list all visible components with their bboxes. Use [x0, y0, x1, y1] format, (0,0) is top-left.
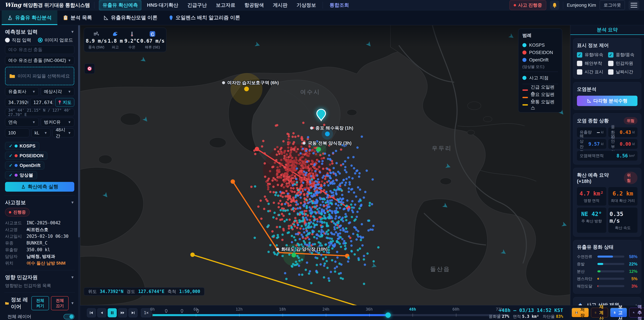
checkbox-datetime[interactable]: ✓ 날짜시간: [608, 69, 638, 75]
locate-incident-button[interactable]: [84, 64, 95, 74]
timeline[interactable]: 0h6h12h18h24h36h48h60h72h: [152, 305, 510, 320]
incident-name-input[interactable]: 여수 유조선 충돌: [5, 45, 74, 54]
bell-icon: [552, 3, 557, 8]
layers-all-off-button[interactable]: 전체 끄기: [51, 296, 68, 310]
amount-input[interactable]: 100: [5, 129, 29, 137]
legend-title: 범례: [522, 32, 558, 39]
tab-analysis-list[interactable]: 분석 목록: [57, 11, 98, 25]
backtrack-button[interactable]: 역추적: [629, 308, 644, 317]
duration-select[interactable]: 48시간 ▼: [52, 129, 74, 137]
nav-item-weather[interactable]: 기상정보: [293, 0, 320, 11]
left-sidebar: 예측정보 입력 ▼ 직접 입력 이미지 업로드 여수 유조선 충돌 여수 유조선…: [0, 25, 80, 320]
nav-item-board[interactable]: 게시판: [269, 0, 291, 11]
longitude-input[interactable]: 127.674359903: [30, 98, 53, 107]
tab-diffusion-model-theory[interactable]: 유출유확산모델 이론: [98, 11, 163, 25]
oilfence-event-shield-icon: [180, 309, 184, 314]
selected-value: 여수 유조선 충돌 (INC-0042): [8, 57, 66, 64]
fence-line-swatch: [522, 104, 528, 106]
latitude-input[interactable]: 34.7392076023: [5, 98, 28, 107]
checkbox-icon: ✓: [608, 61, 614, 66]
radio-label: 직접 입력: [12, 37, 31, 43]
chevron-down-icon: ▼: [70, 30, 74, 34]
unit-select[interactable]: kL ▼: [31, 129, 50, 137]
nav-item-hns[interactable]: HNS·대기확산: [143, 0, 182, 11]
fence-line-swatch: [522, 89, 528, 91]
speed-label: 1×: [144, 310, 149, 315]
menu-button[interactable]: [628, 1, 639, 10]
timeline-bar: 1× 0h6h12h18h24h36h48h60h72h +48h — 03/1…: [80, 305, 644, 320]
weather-wind: 8.9 m/s 풍속 (SW): [86, 31, 107, 50]
sidebar-scrollbar[interactable]: [78, 25, 80, 320]
nav-item-oil-spill-forecast[interactable]: 유출유 확산예측: [99, 0, 142, 11]
chevron-down-icon: ▼: [70, 200, 74, 205]
timeline-track[interactable]: [152, 314, 510, 316]
model-chip-opendrift[interactable]: ✓ OpenDrift: [5, 161, 44, 169]
weather-label: 해류 (SE): [145, 45, 160, 50]
timeline-handle[interactable]: [386, 312, 391, 318]
polygon-analysis-button[interactable]: 다각형 분석수행: [577, 96, 638, 106]
pick-on-map-button[interactable]: 지도: [55, 98, 74, 107]
oil-type-select[interactable]: 벙커C유 ▼: [41, 118, 74, 127]
map-canvas[interactable]: 여수시우두리돌산읍 여자만 습지보호구역 (6h)종포 해수욕장 (1h)국동 …: [80, 25, 570, 305]
stat-weathering-rate: 풍화율 27%: [489, 314, 509, 319]
tab-label: 오일펜스 배치 알고리즘 이론: [176, 14, 240, 21]
checkbox-icon: ✓: [577, 69, 582, 75]
section-title: 예측정보 입력: [5, 28, 38, 36]
risk-badge: 위험: [624, 172, 638, 184]
expected-time-select[interactable]: 예상시각 ▼: [41, 87, 74, 96]
nav-item-reports[interactable]: 보고자료: [212, 0, 239, 11]
section-incident-info[interactable]: 사고정보 ▼: [5, 199, 74, 206]
model-chip-kosps[interactable]: ✓ KOSPS: [5, 142, 39, 150]
skip-end-button[interactable]: [128, 308, 138, 317]
step-back-button[interactable]: [97, 308, 106, 317]
section-info-layers: 정보 레이어 전체 켜기 전체 끄기 ▼: [5, 296, 74, 310]
weather-value: 1.8 m: [108, 38, 123, 44]
refresh-icon: [594, 310, 596, 315]
save-button[interactable]: 저장: [572, 308, 589, 317]
selected-value: kL: [34, 130, 40, 136]
notifications-button[interactable]: [550, 1, 559, 10]
spill-mode-select[interactable]: 연속 ▼: [5, 118, 39, 127]
forecast-direction: NE 42° 주 확산 방향: [577, 208, 606, 233]
checkbox-time-display[interactable]: ✓ 시간 표시: [577, 69, 606, 75]
model-chip-poseidon[interactable]: ✓ POSEIDON: [5, 152, 47, 160]
fast-forward-button[interactable]: [118, 308, 127, 317]
section-predict-input[interactable]: 예측정보 입력 ▼: [5, 29, 74, 35]
model-label: OpenDrift: [20, 163, 40, 168]
section-title: 사고정보: [5, 199, 26, 206]
nav-item-aerial-search[interactable]: 항공탐색: [241, 0, 268, 11]
folder-icon: [10, 74, 15, 78]
company-select[interactable]: 유출회사 ▼: [5, 87, 39, 96]
pause-button[interactable]: [108, 308, 117, 317]
set-square-icon: [587, 99, 591, 103]
folder-icon: [5, 301, 9, 305]
image-dropzone[interactable]: 이미지 파일을 선택하세요: [5, 67, 74, 85]
action-buttons: 저장 재계산 보고서 역추적: [572, 308, 644, 317]
radio-direct-input[interactable]: 직접 입력: [5, 37, 31, 43]
radio-image-upload[interactable]: 이미지 업로드: [38, 37, 73, 43]
checkbox-sensitive-resources[interactable]: ✓ 민감자원: [608, 60, 638, 66]
incident-select[interactable]: 여수 유조선 충돌 (INC-0042) ▼: [5, 56, 74, 65]
model-chip-ensemble[interactable]: ✓ 앙상블: [5, 171, 37, 179]
forecast-distance: 6.2 km 최대 확산 거리: [608, 187, 638, 206]
chevron-down-icon: ▼: [68, 90, 71, 94]
layer-master-toggle[interactable]: [64, 314, 74, 319]
run-forecast-button[interactable]: 확산예측 실행: [5, 182, 74, 192]
logout-button[interactable]: 로그아웃: [600, 0, 625, 10]
skip-start-button[interactable]: [87, 308, 96, 317]
checkbox-shore-attach[interactable]: ✓ 해안부착: [577, 60, 606, 66]
nav-item-rescue[interactable]: 긴급구난: [184, 0, 210, 11]
report-button[interactable]: 보고서: [610, 308, 627, 317]
layers-all-on-button[interactable]: 전체 켜기: [31, 296, 49, 310]
check-icon: ✓: [9, 143, 12, 149]
nav-item-integrated-search[interactable]: 통합조회: [326, 0, 353, 11]
tab-diffusion-analysis[interactable]: 유출유 확산분석: [2, 11, 57, 25]
section-affected-resources[interactable]: 영향 민감자원 ▼: [5, 274, 74, 281]
checkbox-wind-dir[interactable]: ✓ 풍향/풍속: [608, 52, 638, 58]
recalculate-button[interactable]: 재계산: [591, 308, 608, 317]
svg-text:국동 전복 양식장 (3h): 국동 전복 양식장 (3h): [308, 141, 352, 146]
tab-oilfence-algorithm-theory[interactable]: 오일펜스 배치 알고리즘 이론: [163, 11, 246, 25]
dropzone-label: 이미지 파일을 선택하세요: [18, 73, 70, 79]
microscope-icon: [8, 15, 13, 21]
checkbox-current-dir[interactable]: ✓ 유향/유속: [577, 52, 606, 58]
